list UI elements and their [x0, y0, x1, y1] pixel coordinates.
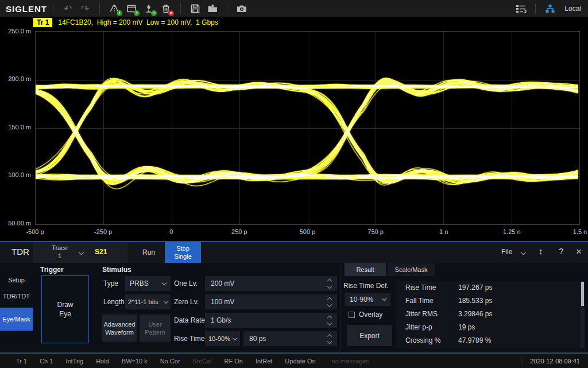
x-tick-label: 750 p: [368, 228, 384, 235]
rise-time-label: Rise Time: [174, 335, 204, 343]
table-scrollbar[interactable]: [581, 281, 585, 348]
draw-eye-button[interactable]: Draw Eye: [41, 275, 89, 343]
trace-settings-text: 14FC1B20, High = 200 mV Low = 100 mV, 1 …: [58, 18, 218, 26]
toolbar-divider: [99, 3, 100, 14]
instrument-screen: SIGLENT ↶ ↷ + + + ×: [0, 0, 588, 368]
table-row: Jitter RMS 3.29846 ps: [396, 308, 585, 321]
measurement-value: 185.533 ps: [458, 297, 492, 305]
plus-badge-icon: +: [117, 10, 122, 16]
status-datetime: 2020-12-08 09:41: [530, 358, 580, 365]
toolbar-divider: [180, 3, 181, 14]
export-button[interactable]: Export: [347, 325, 392, 346]
status-reference: IntRef: [256, 358, 272, 365]
zero-level-input[interactable]: 100 mV: [205, 294, 337, 309]
overlay-option[interactable]: Overlay: [349, 310, 382, 319]
x-tick-label: 250 p: [231, 228, 247, 235]
close-icon[interactable]: ×: [576, 246, 582, 258]
type-dropdown[interactable]: PRBS: [125, 276, 171, 291]
undo-icon[interactable]: ↶: [59, 1, 76, 16]
y-tick-label: 200.0 m: [0, 75, 31, 82]
result-rise-time-def-dropdown[interactable]: 10-90%: [345, 293, 390, 306]
add-trace-icon[interactable]: +: [106, 1, 123, 16]
add-window-icon[interactable]: +: [123, 1, 140, 16]
plus-badge-icon: +: [134, 10, 140, 16]
x-tick-label: 1 n: [439, 228, 448, 235]
stop-single-button[interactable]: Stop Single: [165, 242, 201, 263]
table-row: Crossing % 47.9789 %: [396, 334, 585, 347]
network-lan-icon[interactable]: [541, 1, 559, 16]
top-toolbar: SIGLENT ↶ ↷ + + + ×: [0, 0, 588, 17]
user-pattern-button[interactable]: UserPattern: [140, 315, 171, 342]
x-axis: -500 p -250 p 0 250 p 500 p 750 p 1 n 1.…: [35, 228, 580, 237]
scrollbar-thumb[interactable]: [581, 282, 584, 306]
rise-time-input[interactable]: 80 ps: [243, 331, 337, 346]
save-icon[interactable]: [187, 1, 204, 16]
chevron-down-icon: [162, 280, 167, 285]
tab-scale-mask[interactable]: Scale/Mask: [388, 263, 435, 276]
redo-icon[interactable]: ↷: [76, 1, 94, 16]
spinner-arrows-icon[interactable]: [328, 315, 331, 326]
y-tick-label: 50.00 m: [0, 220, 31, 227]
sparam-label[interactable]: S21: [95, 248, 107, 256]
chevron-down-icon: [382, 296, 386, 301]
x-tick-label: 1.5 n: [573, 228, 587, 235]
delete-trace-icon[interactable]: ×: [157, 1, 175, 16]
add-marker-icon[interactable]: +: [140, 1, 157, 16]
x-tick-label: 1.25 n: [503, 228, 521, 235]
length-dropdown[interactable]: 2^11-1 bits: [125, 294, 171, 309]
plot-grid-area[interactable]: [35, 31, 580, 225]
status-divider: [523, 357, 523, 365]
recall-folder-icon[interactable]: [204, 1, 221, 16]
x-tick-label: 500 p: [300, 228, 316, 235]
status-trigger: IntTrig: [65, 358, 83, 365]
trace-selector-dropdown[interactable]: Trace 1: [43, 244, 76, 260]
table-row: Jitter p-p 19 ps: [396, 321, 585, 334]
measurement-name: Fall Time: [405, 297, 434, 305]
rise-time-def-label: Rise Time Def.: [343, 282, 389, 290]
help-icon[interactable]: ?: [559, 246, 563, 256]
system-setup-icon[interactable]: [512, 1, 529, 16]
trace-info-bar: Tr 1 14FC1B20, High = 200 mV Low = 100 m…: [0, 17, 588, 28]
status-correction: No Cor: [160, 358, 180, 365]
toolbar-divider: [53, 3, 53, 14]
plus-badge-icon: +: [151, 10, 157, 16]
overlay-checkbox[interactable]: [349, 312, 355, 318]
y-tick-label: 250.0 m: [0, 28, 31, 34]
one-level-input[interactable]: 200 mV: [205, 276, 337, 291]
resize-panel-icon[interactable]: ↕: [539, 246, 543, 256]
stimulus-group-label: Stimulus: [102, 266, 131, 274]
tab-eye-mask[interactable]: Eye/Mask: [0, 308, 33, 331]
tdr-dialog-body: Setup TDR/TDT Eye/Mask Trigger Draw Eye …: [0, 263, 588, 353]
tab-result[interactable]: Result: [345, 263, 386, 276]
connection-mode-label[interactable]: Local: [564, 5, 581, 13]
status-message: no messages: [332, 358, 369, 365]
trigger-group-label: Trigger: [40, 266, 64, 274]
dialog-title: TDR: [11, 247, 29, 256]
file-menu-button[interactable]: File: [501, 248, 512, 256]
spinner-arrows-icon[interactable]: [328, 296, 331, 308]
measurement-value: 47.9789 %: [458, 336, 491, 344]
data-rate-input[interactable]: 1 Gb/s: [205, 313, 337, 328]
table-row: Rise Time 197.267 ps: [396, 281, 585, 294]
eye-diagram-canvas: [36, 32, 579, 224]
advanced-waveform-button[interactable]: AdavancedWaveform: [102, 315, 137, 342]
status-trace: Tr 1: [16, 358, 27, 365]
left-tab-column: Setup TDR/TDT Eye/Mask: [0, 263, 33, 353]
trace-badge[interactable]: Tr 1: [33, 18, 52, 27]
status-hold: Hold: [96, 358, 109, 365]
tab-tdr-tdt[interactable]: TDR/TDT: [0, 287, 33, 305]
status-update: Update On: [285, 358, 315, 365]
x-tick-label: 0: [169, 228, 173, 235]
measurement-name: Rise Time: [405, 283, 436, 292]
rise-time-def-dropdown[interactable]: 10-90%: [205, 331, 240, 346]
spinner-arrows-icon[interactable]: [328, 333, 331, 344]
tdr-dialog: TDR Trace 1 S21 Run Stop Single File ↕ ?…: [0, 241, 588, 354]
chevron-down-icon: [164, 298, 168, 303]
measurement-name: Jitter RMS: [405, 310, 438, 318]
section-divider: [340, 263, 341, 353]
screenshot-camera-icon[interactable]: [233, 1, 250, 16]
status-bar: Tr 1 Ch 1 IntTrig Hold BW=10 k No Cor Sr…: [0, 354, 588, 368]
run-button[interactable]: Run: [135, 242, 163, 263]
spinner-arrows-icon[interactable]: [328, 278, 331, 289]
measurement-name: Jitter p-p: [405, 323, 432, 331]
